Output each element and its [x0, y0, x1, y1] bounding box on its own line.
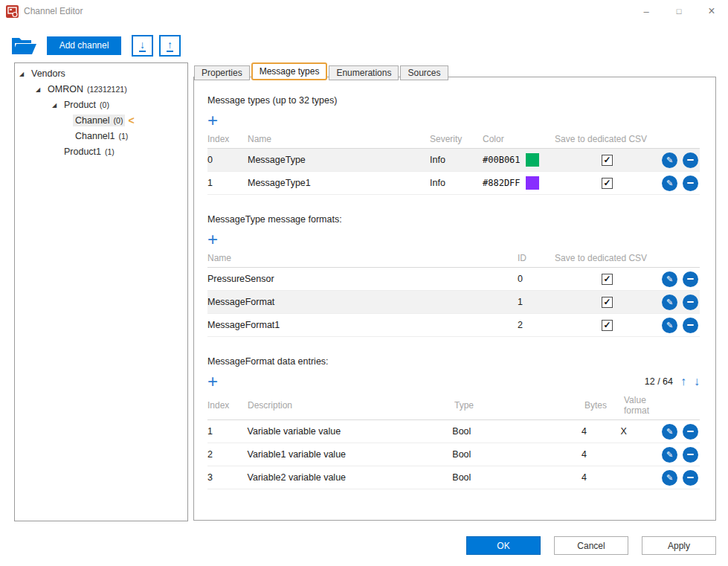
table-header: Name ID Save to dedicated CSV: [207, 253, 700, 268]
cell-color-hex: #00B061: [483, 155, 521, 165]
cell-index: 2: [207, 449, 248, 460]
cell-id: 2: [518, 320, 555, 330]
save-csv-checkbox[interactable]: ✓: [602, 320, 613, 331]
cell-name: MessageFormat1: [207, 320, 518, 330]
tab-strip: Properties Message types Enumerations So…: [194, 62, 450, 80]
remove-button[interactable]: [683, 152, 698, 168]
data-entries-table: Index Description Type Bytes Value forma…: [207, 395, 700, 489]
pencil-icon: ✎: [666, 321, 673, 330]
remove-button[interactable]: [683, 424, 698, 440]
col-save-csv: Save to dedicated CSV: [555, 134, 660, 144]
save-csv-checkbox[interactable]: ✓: [602, 297, 613, 308]
edit-button[interactable]: ✎: [662, 152, 677, 168]
col-color: Color: [483, 134, 555, 144]
close-button-icon[interactable]: ×: [695, 0, 728, 22]
minus-icon: [687, 182, 694, 184]
tree-item-label: OMRON: [48, 84, 83, 94]
col-type: Type: [454, 400, 584, 411]
table-row: 3 Variable2 variable value Bool 4 ✎: [207, 466, 700, 489]
footer: OK Cancel Apply: [466, 536, 716, 555]
tree-item-count: (1): [105, 147, 115, 156]
add-data-entry-button[interactable]: +: [207, 373, 222, 390]
table-row: PressureSensor 0 ✓ ✎: [207, 268, 700, 291]
tree-item-channel[interactable]: Channel (0) <: [15, 113, 187, 128]
edit-button[interactable]: ✎: [662, 424, 677, 440]
add-message-type-button[interactable]: +: [207, 112, 222, 129]
cell-type: Bool: [452, 472, 582, 483]
titlebar: Channel Editor – □ ×: [0, 0, 728, 22]
cell-color-hex: #882DFF: [483, 178, 521, 188]
message-types-title: Message types (up to 32 types): [207, 95, 715, 106]
cell-description: Variable2 variable value: [248, 472, 453, 483]
tree-item-label: Product: [64, 100, 96, 110]
maximize-button-icon[interactable]: □: [663, 0, 695, 22]
move-up-button[interactable]: ↑: [680, 375, 686, 388]
expand-arrow-icon[interactable]: ◢: [19, 71, 29, 77]
tree-item-vendors[interactable]: ◢ Vendors: [15, 66, 187, 81]
download-arrow-icon: ↓: [139, 39, 146, 52]
edit-button[interactable]: ✎: [662, 470, 677, 486]
remove-button[interactable]: [683, 318, 698, 333]
save-csv-checkbox[interactable]: ✓: [602, 155, 613, 166]
tab-message-types[interactable]: Message types: [251, 62, 328, 80]
pencil-icon: ✎: [666, 274, 673, 284]
col-value-format: Value format: [624, 395, 666, 416]
save-csv-checkbox[interactable]: ✓: [602, 274, 613, 285]
tree-item-product[interactable]: ◢ Product (0): [15, 97, 187, 112]
tree-item-label: Channel: [75, 115, 110, 126]
tree-item-product1[interactable]: Product1 (1): [15, 144, 187, 159]
cell-value-format: X: [620, 426, 662, 437]
apply-button[interactable]: Apply: [642, 536, 716, 555]
cancel-button[interactable]: Cancel: [554, 536, 628, 555]
remove-button[interactable]: [683, 295, 698, 310]
edit-button[interactable]: ✎: [662, 447, 677, 463]
tab-properties[interactable]: Properties: [194, 65, 250, 80]
remove-button[interactable]: [683, 176, 698, 191]
minus-icon: [687, 477, 694, 478]
minus-icon: [687, 278, 694, 280]
cell-index: 1: [207, 178, 248, 188]
vendor-tree-panel: ◢ Vendors ◢ OMRON (12312121) ◢ Product (…: [14, 62, 188, 521]
table-header: Index Name Severity Color Save to dedica…: [207, 134, 700, 149]
pencil-icon: ✎: [666, 179, 673, 188]
table-header: Index Description Type Bytes Value forma…: [207, 395, 700, 420]
col-bytes: Bytes: [584, 400, 624, 411]
channel-editor-window: Channel Editor – □ × Add channel ↓ ↑ ◢ V…: [0, 0, 728, 566]
tree-item-count: (1): [119, 132, 129, 141]
expand-arrow-icon[interactable]: ◢: [52, 102, 62, 109]
remove-button[interactable]: [683, 470, 698, 486]
remove-button[interactable]: [683, 271, 698, 287]
col-description: Description: [248, 400, 454, 411]
col-index: Index: [207, 400, 248, 411]
edit-button[interactable]: ✎: [662, 176, 677, 191]
tree-item-channel1[interactable]: Channel1 (1): [15, 129, 187, 144]
selected-pointer-icon: <: [128, 115, 134, 126]
save-csv-checkbox[interactable]: ✓: [602, 178, 613, 189]
cell-type: Bool: [452, 426, 582, 437]
col-save-csv: Save to dedicated CSV: [555, 253, 660, 263]
move-down-button[interactable]: ↓: [694, 375, 700, 388]
tree-item-omron[interactable]: ◢ OMRON (12312121): [15, 82, 187, 97]
remove-button[interactable]: [683, 447, 698, 463]
cell-severity: Info: [430, 155, 483, 165]
add-message-format-button[interactable]: +: [207, 231, 222, 248]
edit-button[interactable]: ✎: [662, 271, 677, 287]
expand-arrow-icon[interactable]: ◢: [36, 86, 45, 93]
col-name: Name: [248, 134, 430, 144]
import-channel-button[interactable]: ↓: [132, 35, 153, 57]
export-channel-button[interactable]: ↑: [159, 35, 181, 57]
tree-item-label: Channel1: [75, 131, 115, 141]
minimize-button-icon[interactable]: –: [630, 0, 663, 22]
add-channel-button[interactable]: Add channel: [47, 36, 121, 55]
ok-button[interactable]: OK: [466, 536, 541, 555]
open-folder-button[interactable]: [10, 34, 37, 57]
tab-enumerations[interactable]: Enumerations: [329, 65, 399, 80]
tab-sources[interactable]: Sources: [400, 65, 448, 80]
minus-icon: [687, 324, 694, 326]
pencil-icon: ✎: [666, 473, 673, 483]
edit-button[interactable]: ✎: [662, 295, 677, 310]
window-title: Channel Editor: [24, 6, 83, 16]
edit-button[interactable]: ✎: [662, 318, 677, 333]
color-swatch: [526, 153, 539, 167]
entries-pager: 12 / 64 ↑ ↓: [645, 375, 700, 388]
